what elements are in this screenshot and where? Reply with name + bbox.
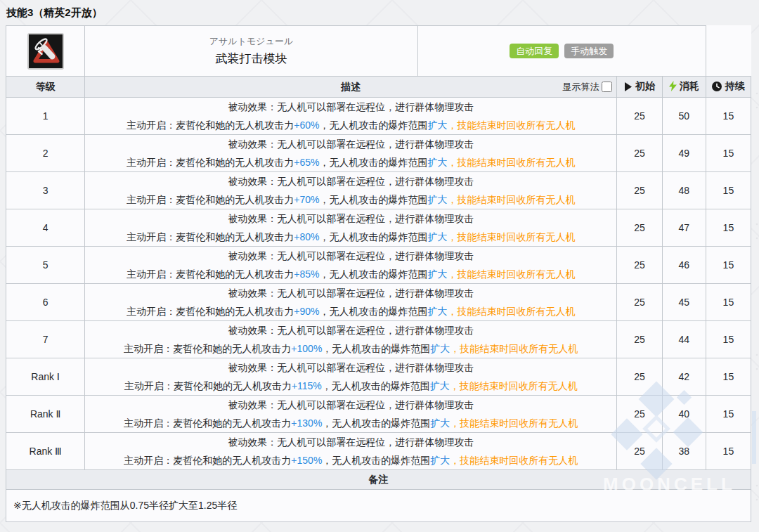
description-cell: 被动效果：无人机可以部署在远程位，进行群体物理攻击 主动开启：麦哲伦和她的无人机… <box>85 98 617 135</box>
description-cell: 被动效果：无人机可以部署在远程位，进行群体物理攻击 主动开启：麦哲伦和她的无人机… <box>85 358 617 396</box>
sp-cost-cell: 40 <box>662 396 706 433</box>
atk-bonus-value: +150% <box>291 455 322 466</box>
initial-sp-cell: 25 <box>617 98 662 135</box>
recall-clause: ，技能结束时回收所有无人机 <box>447 194 575 205</box>
initial-sp-cell: 25 <box>617 284 662 321</box>
level-cell: 1 <box>6 98 85 135</box>
description-cell: 被动效果：无人机可以部署在远程位，进行群体物理攻击 主动开启：麦哲伦和她的无人机… <box>85 433 617 470</box>
level-cell: 7 <box>6 321 85 358</box>
atk-bonus-value: +60% <box>294 119 319 131</box>
recall-clause: ，技能结束时回收所有无人机 <box>450 455 578 466</box>
active-effect-line: 主动开启：麦哲伦和她的无人机攻击力+115%，无人机攻击的爆炸范围扩大，技能结束… <box>85 377 616 395</box>
skill-info-row: アサルトモジュール 武装打击模块 自动回复 手动触发 <box>6 26 751 77</box>
passive-effect-line: 被动效果：无人机可以部署在远程位，进行群体物理攻击 <box>85 247 616 265</box>
passive-effect-line: 被动效果：无人机可以部署在远程位，进行群体物理攻击 <box>85 396 616 414</box>
notes-text: ※无人机攻击的爆炸范围从0.75半径扩大至1.25半径 <box>6 490 751 522</box>
active-effect-line: 主动开启：麦哲伦和她的无人机攻击力+150%，无人机攻击的爆炸范围扩大，技能结束… <box>85 451 616 469</box>
initial-sp-cell: 25 <box>617 321 662 358</box>
skill-name-jp: アサルトモジュール <box>85 35 417 51</box>
level-cell: Rank Ⅰ <box>6 358 85 396</box>
play-icon <box>624 82 632 91</box>
duration-cell: 15 <box>706 247 751 284</box>
sp-cost-cell: 46 <box>662 247 706 284</box>
lightning-bolt-icon <box>669 81 677 91</box>
skill-icon-cell <box>6 26 85 77</box>
duration-cell: 15 <box>706 284 751 321</box>
expand-keyword: 扩大 <box>430 455 450 466</box>
col-header-initial: 初始 <box>617 77 662 98</box>
passive-effect-line: 被动效果：无人机可以部署在远程位，进行群体物理攻击 <box>85 284 616 302</box>
notes-header: 备注 <box>6 470 751 490</box>
skill-table: アサルトモジュール 武装打击模块 自动回复 手动触发 等级 描述 显示算法 <box>6 25 751 522</box>
duration-cell: 15 <box>706 98 751 135</box>
initial-sp-cell: 25 <box>617 433 662 470</box>
sp-charge-type-badge: 自动回复 <box>510 44 559 59</box>
atk-bonus-value: +70% <box>294 194 319 205</box>
initial-sp-cell: 25 <box>617 209 662 247</box>
sp-cost-cell: 44 <box>662 321 706 358</box>
active-effect-line: 主动开启：麦哲伦和她的无人机攻击力+85%，无人机攻击的爆炸范围扩大，技能结束时… <box>85 265 616 283</box>
table-row: 4 被动效果：无人机可以部署在远程位，进行群体物理攻击 主动开启：麦哲伦和她的无… <box>6 209 751 247</box>
active-effect-line: 主动开启：麦哲伦和她的无人机攻击力+90%，无人机攻击的爆炸范围扩大，技能结束时… <box>85 302 616 320</box>
expand-keyword: 扩大 <box>427 157 447 168</box>
sp-cost-cell: 50 <box>662 98 706 135</box>
passive-effect-line: 被动效果：无人机可以部署在远程位，进行群体物理攻击 <box>85 209 616 228</box>
active-effect-line: 主动开启：麦哲伦和她的无人机攻击力+130%，无人机攻击的爆炸范围扩大，技能结束… <box>85 414 616 432</box>
description-cell: 被动效果：无人机可以部署在远程位，进行群体物理攻击 主动开启：麦哲伦和她的无人机… <box>85 135 617 172</box>
table-header-row: 等级 描述 显示算法 初始 消耗 <box>6 77 751 98</box>
passive-effect-line: 被动效果：无人机可以部署在远程位，进行群体物理攻击 <box>85 172 616 190</box>
notes-header-row: 备注 <box>6 470 751 490</box>
col-header-cost: 消耗 <box>662 77 706 98</box>
atk-bonus-value: +100% <box>291 343 322 354</box>
table-row: Rank Ⅱ 被动效果：无人机可以部署在远程位，进行群体物理攻击 主动开启：麦哲… <box>6 396 751 433</box>
skill-name-cell: アサルトモジュール 武装打击模块 <box>85 26 417 77</box>
table-row: 3 被动效果：无人机可以部署在远程位，进行群体物理攻击 主动开启：麦哲伦和她的无… <box>6 172 751 209</box>
recall-clause: ，技能结束时回收所有无人机 <box>450 380 578 391</box>
initial-sp-cell: 25 <box>617 396 662 433</box>
level-cell: Rank Ⅱ <box>6 396 85 433</box>
recall-clause: ，技能结束时回收所有无人机 <box>447 231 575 242</box>
recall-clause: ，技能结束时回收所有无人机 <box>447 306 575 317</box>
description-cell: 被动效果：无人机可以部署在远程位，进行群体物理攻击 主动开启：麦哲伦和她的无人机… <box>85 172 617 209</box>
sp-cost-cell: 45 <box>662 284 706 321</box>
expand-keyword: 扩大 <box>427 268 447 280</box>
duration-cell: 15 <box>706 209 751 247</box>
sp-cost-cell: 49 <box>662 135 706 172</box>
atk-bonus-value: +90% <box>294 306 319 317</box>
expand-keyword: 扩大 <box>430 380 450 391</box>
description-cell: 被动效果：无人机可以部署在远程位，进行群体物理攻击 主动开启：麦哲伦和她的无人机… <box>85 396 617 433</box>
notes-row: ※无人机攻击的爆炸范围从0.75半径扩大至1.25半径 <box>6 490 751 522</box>
passive-effect-line: 被动效果：无人机可以部署在远程位，进行群体物理攻击 <box>85 98 616 116</box>
duration-cell: 15 <box>706 172 751 209</box>
duration-cell: 15 <box>706 135 751 172</box>
level-cell: 2 <box>6 135 85 172</box>
level-cell: 6 <box>6 284 85 321</box>
skill-page: 技能3（精英2开放） <box>0 0 759 532</box>
col-header-duration: 持续 <box>706 77 751 98</box>
show-algorithm-label: 显示算法 <box>562 81 599 93</box>
show-algorithm-checkbox[interactable] <box>602 82 612 92</box>
active-effect-line: 主动开启：麦哲伦和她的无人机攻击力+70%，无人机攻击的爆炸范围扩大，技能结束时… <box>85 190 616 209</box>
description-cell: 被动效果：无人机可以部署在远程位，进行群体物理攻击 主动开启：麦哲伦和她的无人机… <box>85 209 617 247</box>
expand-keyword: 扩大 <box>430 417 450 429</box>
watermark-edge-fragment <box>752 411 756 464</box>
skill-name-cn: 武装打击模块 <box>85 51 417 67</box>
description-cell: 被动效果：无人机可以部署在远程位，进行群体物理攻击 主动开启：麦哲伦和她的无人机… <box>85 284 617 321</box>
table-row: 5 被动效果：无人机可以部署在远程位，进行群体物理攻击 主动开启：麦哲伦和她的无… <box>6 247 751 284</box>
initial-sp-cell: 25 <box>617 247 662 284</box>
active-effect-line: 主动开启：麦哲伦和她的无人机攻击力+65%，无人机攻击的爆炸范围扩大，技能结束时… <box>85 153 616 171</box>
atk-bonus-value: +65% <box>294 157 319 168</box>
passive-effect-line: 被动效果：无人机可以部署在远程位，进行群体物理攻击 <box>85 135 616 153</box>
sp-cost-cell: 38 <box>662 433 706 470</box>
level-cell: 4 <box>6 209 85 247</box>
expand-keyword: 扩大 <box>427 306 447 317</box>
duration-cell: 15 <box>706 321 751 358</box>
description-cell: 被动效果：无人机可以部署在远程位，进行群体物理攻击 主动开启：麦哲伦和她的无人机… <box>85 247 617 284</box>
active-effect-line: 主动开启：麦哲伦和她的无人机攻击力+100%，无人机攻击的爆炸范围扩大，技能结束… <box>85 339 616 358</box>
table-row: 6 被动效果：无人机可以部署在远程位，进行群体物理攻击 主动开启：麦哲伦和她的无… <box>6 284 751 321</box>
table-row: 7 被动效果：无人机可以部署在远程位，进行群体物理攻击 主动开启：麦哲伦和她的无… <box>6 321 751 358</box>
col-header-level: 等级 <box>6 77 85 98</box>
sp-cost-cell: 48 <box>662 172 706 209</box>
active-effect-line: 主动开启：麦哲伦和她的无人机攻击力+60%，无人机攻击的爆炸范围扩大，技能结束时… <box>85 116 616 134</box>
expand-keyword: 扩大 <box>427 119 447 131</box>
